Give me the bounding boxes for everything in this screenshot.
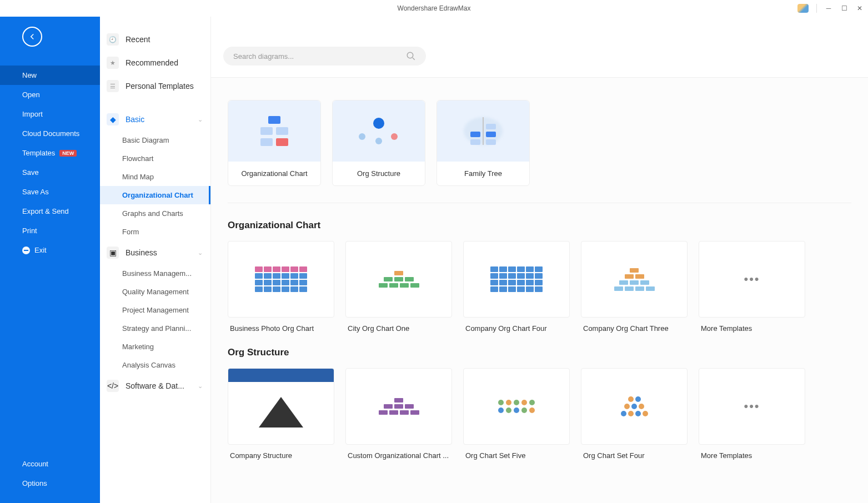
template-label: Company Org Chart Three: [581, 318, 688, 333]
category-label: Recommended: [126, 58, 178, 67]
sidebar-left: New Open Import Cloud Documents Template…: [0, 17, 100, 503]
category-sub[interactable]: Analysis Canvas: [100, 356, 210, 374]
category-sub[interactable]: Graphs and Charts: [100, 204, 210, 223]
minimize-button[interactable]: ─: [825, 4, 832, 12]
template-label: Company Org Chart Four: [463, 318, 570, 333]
template-label: Org Chart Set Four: [581, 445, 688, 460]
category-sub[interactable]: Marketing: [100, 338, 210, 356]
category-group-label: Basic: [126, 115, 144, 124]
sidebar-item-label: Print: [22, 227, 37, 235]
category-group-basic[interactable]: ◆Basic⌄: [100, 108, 210, 131]
template-label: More Templates: [699, 445, 805, 460]
card-label: Family Tree: [464, 162, 502, 185]
separator: [816, 4, 817, 13]
template-thumbnail: [345, 241, 452, 318]
section-organizational-chart: Organizational Chart Business Photo Org …: [211, 220, 868, 347]
sidebar-item-label: Cloud Documents: [22, 129, 79, 138]
thumbnail: [228, 100, 320, 162]
app-title: Wondershare EdrawMax: [398, 4, 471, 12]
sidebar-item-label: Import: [22, 110, 43, 118]
svg-point-6: [407, 52, 413, 58]
section-title: Organizational Chart: [228, 220, 851, 231]
category-personal-templates[interactable]: ☰Personal Templates: [100, 74, 210, 98]
top-card-family-tree[interactable]: Family Tree: [436, 100, 530, 186]
category-group-label: Software & Dat...: [126, 381, 184, 390]
template-card[interactable]: Custom Organizational Chart ...: [345, 368, 452, 460]
category-sub[interactable]: Strategy and Planni...: [100, 319, 210, 338]
section-title: Org Structure: [228, 347, 851, 358]
template-card[interactable]: Company Org Chart Four: [463, 241, 570, 333]
top-card-org-structure[interactable]: Org Structure: [332, 100, 425, 186]
section-org-structure: Org Structure Company Structure Custom O…: [211, 347, 868, 474]
close-button[interactable]: ✕: [856, 4, 864, 12]
new-badge: NEW: [59, 150, 77, 157]
code-icon: </>: [107, 380, 119, 392]
template-thumbnail: [463, 368, 570, 445]
sidebar-item-save-as[interactable]: Save As: [0, 182, 100, 202]
sidebar-item-export-send[interactable]: Export & Send: [0, 202, 100, 221]
search-input[interactable]: [233, 52, 406, 61]
template-card-more[interactable]: ••• More Templates: [699, 368, 805, 460]
maximize-button[interactable]: ☐: [840, 4, 848, 12]
sidebar-item-label: Options: [22, 479, 47, 487]
template-card[interactable]: City Org Chart One: [345, 241, 452, 333]
category-sub[interactable]: Quality Management: [100, 283, 210, 301]
top-cards: Organizational Chart Org Structure Famil…: [211, 78, 868, 203]
template-card[interactable]: Org Chart Set Four: [581, 368, 688, 460]
sidebar-item-options[interactable]: Options: [0, 474, 100, 493]
sidebar-item-new[interactable]: New: [0, 66, 100, 85]
sidebar-item-account[interactable]: Account: [0, 454, 100, 474]
sidebar-item-open[interactable]: Open: [0, 85, 100, 104]
template-card-more[interactable]: ••• More Templates: [699, 241, 805, 333]
sidebar-item-label: Save: [22, 168, 39, 177]
template-card[interactable]: Company Structure: [228, 368, 334, 460]
sidebar-item-exit[interactable]: Exit: [0, 240, 100, 260]
sidebar-item-label: Account: [22, 460, 48, 468]
sidebar-item-label: Templates: [22, 149, 55, 157]
back-button[interactable]: [22, 27, 42, 47]
sidebar-item-label: Export & Send: [22, 207, 69, 215]
template-thumbnail: •••: [699, 368, 805, 445]
sidebar-item-print[interactable]: Print: [0, 221, 100, 240]
sidebar-item-save[interactable]: Save: [0, 163, 100, 182]
category-recommended[interactable]: ★Recommended: [100, 51, 210, 74]
category-sub[interactable]: Form: [100, 223, 210, 241]
template-thumbnail: [581, 368, 688, 445]
category-group-business[interactable]: ▣Business⌄: [100, 241, 210, 264]
category-sub[interactable]: Mind Map: [100, 168, 210, 186]
layers-icon: ☰: [107, 80, 119, 92]
category-group-software[interactable]: </>Software & Dat...⌄: [100, 374, 210, 398]
sidebar-item-templates[interactable]: TemplatesNEW: [0, 143, 100, 163]
category-sub[interactable]: Basic Diagram: [100, 131, 210, 149]
card-label: Org Structure: [357, 162, 400, 185]
more-icon: •••: [744, 272, 760, 286]
sidebar-item-label: Save As: [22, 188, 49, 196]
chevron-down-icon: ⌄: [198, 116, 203, 123]
sidebar-item-import[interactable]: Import: [0, 104, 100, 124]
template-card[interactable]: Org Chart Set Five: [463, 368, 570, 460]
template-thumbnail: [228, 241, 334, 318]
more-icon: •••: [744, 399, 760, 414]
category-sidebar: 🕘Recent ★Recommended ☰Personal Templates…: [100, 17, 211, 503]
template-label: Company Structure: [228, 445, 334, 460]
category-sub[interactable]: Flowchart: [100, 149, 210, 168]
category-label: Recent: [126, 35, 150, 44]
template-thumbnail: [463, 241, 570, 318]
category-recent[interactable]: 🕘Recent: [100, 28, 210, 51]
search-icon: [406, 51, 416, 61]
template-thumbnail: •••: [699, 241, 805, 318]
category-group-label: Business: [126, 248, 157, 257]
star-icon: ★: [107, 57, 119, 69]
template-label: More Templates: [699, 318, 805, 333]
category-sub[interactable]: Business Managem...: [100, 264, 210, 283]
template-card[interactable]: Business Photo Org Chart: [228, 241, 334, 333]
search-area: [211, 17, 868, 78]
category-sub[interactable]: Project Management: [100, 301, 210, 319]
divider: [228, 203, 851, 203]
search-box[interactable]: [223, 47, 426, 66]
category-sub-organizational-chart[interactable]: Organizational Chart: [100, 186, 210, 204]
avatar[interactable]: [797, 4, 809, 13]
template-card[interactable]: Company Org Chart Three: [581, 241, 688, 333]
top-card-organizational-chart[interactable]: Organizational Chart: [228, 100, 321, 186]
sidebar-item-cloud-documents[interactable]: Cloud Documents: [0, 124, 100, 143]
